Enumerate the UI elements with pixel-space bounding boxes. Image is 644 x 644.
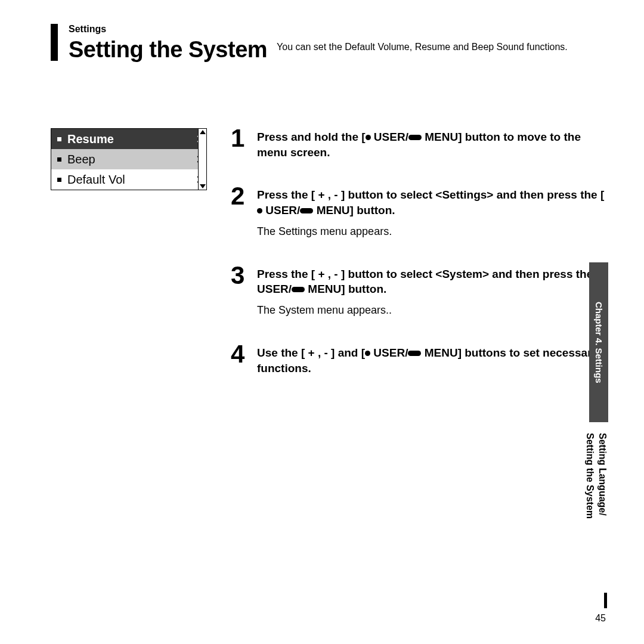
scroll-up-icon — [200, 130, 206, 134]
menu-item-resume: Resume — [51, 129, 206, 149]
pill-icon — [408, 135, 422, 140]
dot-icon — [365, 351, 370, 356]
step-1: 1 Press and hold the [ USER/ MENU] butto… — [231, 128, 608, 160]
dot-icon — [257, 208, 262, 213]
steps-list: 1 Press and hold the [ USER/ MENU] butto… — [231, 128, 608, 402]
pill-icon — [408, 351, 421, 356]
intro-text: You can set the Default Volume, Resume a… — [277, 37, 568, 54]
step-4: 4 Use the [ + , - ] and [ USER/ MENU] bu… — [231, 344, 608, 376]
dot-icon — [366, 135, 371, 140]
page-title: Setting the System — [69, 37, 267, 63]
step-3: 3 Press the [ + , - ] button to select <… — [231, 265, 608, 318]
bullet-icon — [57, 157, 61, 162]
menu-label: Beep — [67, 153, 196, 166]
step-head: Press the [ + , - ] button to select <Sy… — [257, 267, 608, 297]
step-number: 2 — [231, 186, 249, 239]
step-desc: The Settings menu appears. — [257, 224, 608, 239]
step-desc: The System menu appears.. — [257, 303, 608, 318]
menu-item-default-vol: Default Vol — [51, 169, 206, 190]
page-number-rule — [604, 593, 607, 608]
step-2: 2 Press the [ + , - ] button to select <… — [231, 186, 608, 239]
page-number: 45 — [595, 613, 606, 624]
scrollbar — [198, 129, 206, 190]
side-tab-section: Setting Language/ Setting the System — [583, 433, 608, 564]
step-number: 1 — [231, 128, 249, 160]
step-number: 3 — [231, 265, 249, 318]
step-head: Press the [ + , - ] button to select <Se… — [257, 187, 608, 218]
menu-item-beep: Beep — [51, 149, 206, 169]
scroll-down-icon — [200, 184, 206, 188]
title-rule — [51, 24, 58, 61]
menu-label: Default Vol — [67, 173, 196, 187]
step-head: Press and hold the [ USER/ MENU] button … — [257, 129, 608, 160]
pill-icon — [292, 287, 305, 292]
menu-label: Resume — [67, 132, 196, 146]
step-head: Use the [ + , - ] and [ USER/ MENU] butt… — [257, 345, 608, 376]
side-tab-chapter: Chapter 4. Settings — [589, 262, 608, 422]
menu-screenshot: Resume Beep Default Vol — [51, 128, 207, 190]
breadcrumb: Settings — [69, 24, 608, 35]
pill-icon — [300, 208, 313, 213]
step-number: 4 — [231, 344, 249, 376]
bullet-icon — [57, 137, 61, 141]
bullet-icon — [57, 178, 61, 182]
